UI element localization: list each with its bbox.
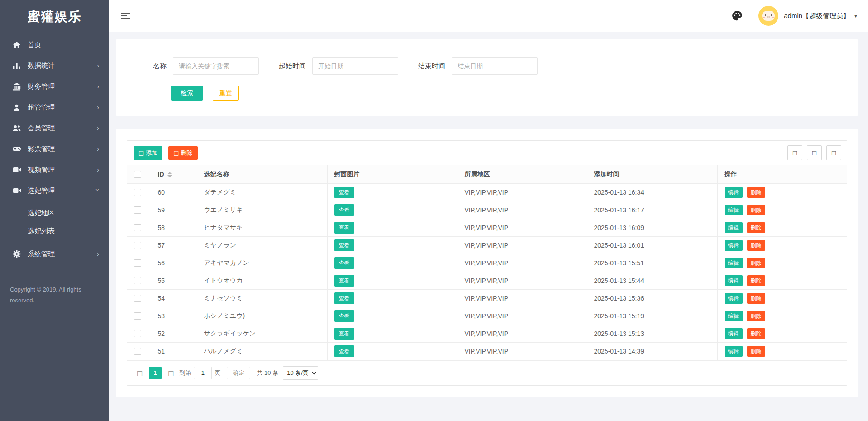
- row-actions: 编辑删除: [717, 272, 847, 290]
- column-time: 添加时间: [587, 165, 717, 184]
- sidebar-item-2[interactable]: 财务管理›: [0, 76, 109, 97]
- name-search-input[interactable]: [173, 57, 259, 75]
- sidebar-item-label: 视频管理: [28, 166, 55, 174]
- row-checkbox[interactable]: [134, 312, 141, 320]
- row-delete-button[interactable]: 删除: [747, 240, 765, 251]
- edit-button[interactable]: 编辑: [725, 240, 743, 251]
- add-button[interactable]: □添加: [134, 146, 162, 160]
- user-name: admin【超级管理员】: [784, 12, 850, 20]
- sidebar-item-7[interactable]: 选妃管理›: [0, 180, 109, 201]
- view-cover-button[interactable]: 查看: [334, 204, 354, 216]
- theme-palette-icon[interactable]: [731, 10, 743, 22]
- row-id: 56: [151, 254, 197, 272]
- search-button[interactable]: 检索: [171, 86, 203, 101]
- row-delete-button[interactable]: 删除: [747, 293, 765, 304]
- view-cover-button[interactable]: 查看: [334, 257, 354, 269]
- end-date-input[interactable]: [452, 57, 538, 75]
- edit-button[interactable]: 编辑: [725, 293, 743, 304]
- export-icon[interactable]: □: [807, 145, 822, 160]
- row-id: 60: [151, 184, 197, 201]
- row-checkbox[interactable]: [134, 206, 141, 214]
- edit-button[interactable]: 编辑: [725, 275, 743, 286]
- filter-columns-icon[interactable]: □: [787, 145, 802, 160]
- row-checkbox[interactable]: [134, 224, 141, 231]
- row-delete-button[interactable]: 删除: [747, 205, 765, 215]
- page-label: 页: [215, 369, 220, 377]
- edit-button[interactable]: 编辑: [725, 258, 743, 268]
- edit-button[interactable]: 编辑: [725, 205, 743, 215]
- sidebar-subitem-0[interactable]: 选妃地区: [0, 204, 109, 222]
- view-cover-button[interactable]: 查看: [334, 222, 354, 234]
- table-row: 55イトウオウカ查看VIP,VIP,VIP,VIP2025-01-13 15:4…: [127, 272, 847, 290]
- next-page-icon[interactable]: □: [165, 369, 176, 377]
- chevron-right-icon: ›: [97, 62, 99, 69]
- edit-button[interactable]: 编辑: [725, 346, 743, 357]
- view-cover-button[interactable]: 查看: [334, 310, 354, 322]
- edit-button[interactable]: 编辑: [725, 187, 743, 198]
- row-delete-button[interactable]: 删除: [747, 328, 765, 339]
- name-label: 名称: [153, 62, 167, 71]
- row-checkbox[interactable]: [134, 259, 141, 267]
- confirm-page-button[interactable]: 确定: [227, 367, 250, 379]
- row-checkbox[interactable]: [134, 189, 141, 196]
- row-id: 51: [151, 343, 197, 360]
- video-icon: [12, 187, 21, 195]
- page-number-input[interactable]: [194, 367, 212, 379]
- sidebar-item-3[interactable]: 超管管理›: [0, 97, 109, 118]
- gamepad-icon: [12, 145, 21, 153]
- toolbar-icons: □ □ □: [787, 145, 841, 160]
- row-checkbox[interactable]: [134, 277, 141, 284]
- data-table: ID 选妃名称 封面图片 所属地区 添加时间 操作 60ダテメグミ查看VIP,V…: [127, 165, 847, 360]
- row-time: 2025-01-13 15:51: [587, 254, 717, 272]
- edit-button[interactable]: 编辑: [725, 222, 743, 233]
- row-checkbox[interactable]: [134, 330, 141, 337]
- row-actions: 编辑删除: [717, 307, 847, 325]
- delete-button[interactable]: □删除: [168, 146, 197, 160]
- sidebar-item-6[interactable]: 视频管理›: [0, 159, 109, 180]
- sidebar-item-4[interactable]: 会员管理›: [0, 118, 109, 139]
- sidebar-menu: 首页数据统计›财务管理›超管管理›会员管理›彩票管理›视频管理›选妃管理›选妃地…: [0, 33, 109, 264]
- row-delete-button[interactable]: 删除: [747, 275, 765, 286]
- current-page[interactable]: 1: [149, 367, 162, 379]
- view-cover-button[interactable]: 查看: [334, 292, 354, 304]
- user-avatar[interactable]: [758, 6, 778, 26]
- gear-icon: [12, 250, 21, 258]
- submenu: 选妃地区选妃列表: [0, 204, 109, 240]
- view-cover-button[interactable]: 查看: [334, 345, 354, 357]
- sidebar-item-0[interactable]: 首页: [0, 34, 109, 55]
- chevron-right-icon: ›: [97, 166, 99, 173]
- row-checkbox[interactable]: [134, 242, 141, 249]
- row-id: 58: [151, 219, 197, 237]
- row-delete-button[interactable]: 删除: [747, 258, 765, 268]
- table-row: 54ミナセソウミ查看VIP,VIP,VIP,VIP2025-01-13 15:3…: [127, 290, 847, 307]
- sidebar-subitem-1[interactable]: 选妃列表: [0, 222, 109, 240]
- per-page-select[interactable]: 10 条/页: [283, 366, 318, 380]
- view-cover-button[interactable]: 查看: [334, 239, 354, 251]
- sort-icon[interactable]: [167, 172, 172, 177]
- select-all-checkbox[interactable]: [134, 171, 141, 178]
- reset-button[interactable]: 重置: [213, 86, 239, 101]
- edit-button[interactable]: 编辑: [725, 311, 743, 321]
- row-checkbox[interactable]: [134, 295, 141, 302]
- row-delete-button[interactable]: 删除: [747, 346, 765, 357]
- view-cover-button[interactable]: 查看: [334, 275, 354, 287]
- sidebar-item-5[interactable]: 彩票管理›: [0, 139, 109, 159]
- row-time: 2025-01-13 15:19: [587, 307, 717, 325]
- prev-page-icon[interactable]: □: [134, 369, 145, 377]
- view-cover-button[interactable]: 查看: [334, 187, 354, 198]
- edit-button[interactable]: 编辑: [725, 328, 743, 339]
- total-count: 共 10 条: [257, 369, 278, 377]
- sidebar-item-1[interactable]: 数据统计›: [0, 55, 109, 76]
- sidebar-item-8[interactable]: 系统管理›: [0, 244, 109, 264]
- menu-toggle-icon[interactable]: [121, 11, 131, 21]
- start-date-input[interactable]: [312, 57, 398, 75]
- row-delete-button[interactable]: 删除: [747, 311, 765, 321]
- print-icon[interactable]: □: [826, 145, 841, 160]
- row-delete-button[interactable]: 删除: [747, 187, 765, 198]
- row-checkbox[interactable]: [134, 348, 141, 355]
- user-menu[interactable]: admin【超级管理员】 ▼: [784, 12, 858, 20]
- chevron-right-icon: ›: [97, 83, 99, 90]
- view-cover-button[interactable]: 查看: [334, 328, 354, 340]
- row-delete-button[interactable]: 删除: [747, 222, 765, 233]
- row-name: ホシノミユウ): [197, 307, 327, 325]
